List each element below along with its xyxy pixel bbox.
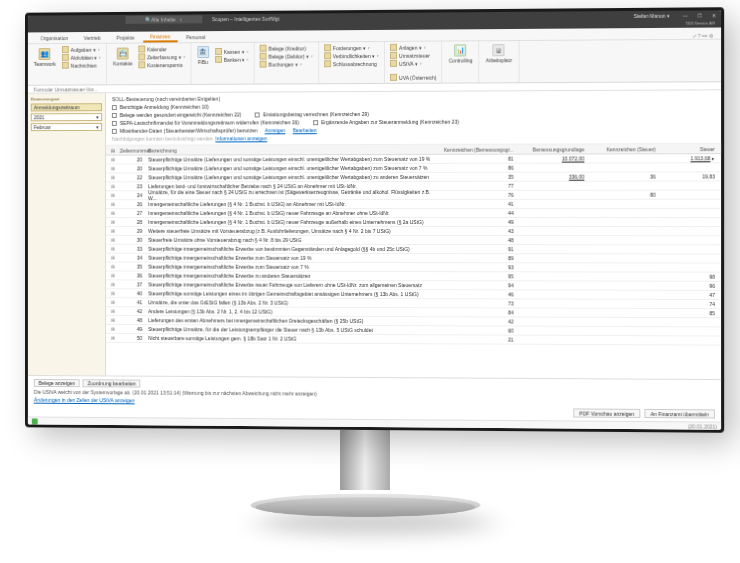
ribbon-help-icons[interactable]: ⤢ ? ••• ⚙ [692,33,721,39]
controlling-button[interactable]: 📊Controlling [447,43,475,64]
expand-icon[interactable]: ⊞ [106,308,120,314]
zeiterfassung-button[interactable]: Zeiterfassung ▾ [137,53,186,60]
dismiss-warning-link[interactable]: (Warnung bis zur nächsten Abweichung nic… [182,390,317,397]
ustva-table: ⊟ Zeilennummer Bezeichnung Kennzeichen (… [106,144,721,379]
table-row[interactable]: ⊞28Innergemeinschaftliche Lieferungen (§… [106,218,721,227]
aktivitaeten-button[interactable]: Aktivitäten ▾ [61,54,102,61]
kontakte-button[interactable]: 📇Kontakte [111,47,134,68]
cell-desc: Steuerpflichtige Umsätze (Lieferungen un… [145,165,437,172]
cell-kb: 91 [437,246,518,252]
buchungen-button[interactable]: Buchungen ▾ [259,60,314,67]
expand-icon[interactable]: ⊞ [106,326,120,332]
kassen-button[interactable]: Kassen ▾ [214,48,250,55]
maximize-button[interactable]: ☐ [692,12,706,18]
monitor-frame: 🔍 Alle Inhalte ▾ Scopen – Intelligentes … [25,7,724,433]
table-row[interactable]: ⊞24Umsätze, für die eine Steuer nach § 2… [106,191,721,201]
forderungen-button[interactable]: Forderungen ▾ [323,44,380,51]
tab-personal[interactable]: Personal [179,33,212,42]
month-select[interactable]: Februar▾ [31,123,102,131]
cell-num: 50 [120,335,146,341]
col-bezeichnung[interactable]: Bezeichnung [145,146,437,153]
expand-icon[interactable]: ⊞ [106,166,120,172]
user-menu[interactable]: Stefan Manon ▾ [634,13,670,19]
tab-vertrieb[interactable]: Vertrieb [77,34,108,43]
ribbon-group-anlagen: Anlagen ▾ Umsatzsteuer UStVA ▾ UVA (Öste… [385,42,443,83]
belege-debitor-button[interactable]: Belege (Debitor) ▾ [259,52,314,59]
expand-all-icon[interactable]: ⊟ [106,147,120,153]
expand-icon[interactable]: ⊞ [106,264,120,270]
cell-num: 35 [120,264,146,270]
minimize-button[interactable]: — [678,13,692,19]
expand-icon[interactable]: ⊞ [106,210,120,216]
expand-icon[interactable]: ⊞ [106,246,120,252]
aufgaben-button[interactable]: Aufgaben ▾ [61,46,102,53]
expand-icon[interactable]: ⊞ [106,219,120,225]
cell-kb: 89 [437,255,518,261]
expand-icon[interactable]: ⊞ [106,335,120,341]
arbeitsplatz-button[interactable]: 🖥Arbeitsplatz [484,43,514,64]
table-row[interactable]: ⊞50Nicht steuerbare sonstige Leistungen … [106,334,721,346]
pdf-preview-button[interactable]: PDF Vorschau anzeigen [573,408,640,418]
info-link[interactable]: Informationen anzeigen [215,135,267,141]
expand-icon[interactable]: ⊞ [106,281,120,287]
col-kennzeichen-bg[interactable]: Kennzeichen (Bemessungsgr... [437,146,518,152]
schlussabrechnung-button[interactable]: Schlussabrechnung [323,60,380,67]
expand-icon[interactable]: ⊞ [106,317,120,323]
chk-belege-gesondert[interactable]: Belege werden gesondert eingereicht (Ken… [112,112,241,118]
col-steuer[interactable]: Steuer [660,146,721,152]
app-window: 🔍 Alle Inhalte ▾ Scopen – Intelligentes … [28,10,721,429]
chk-sepa[interactable]: SEPA-Lastschriftmandat für Voranmeldungs… [112,119,299,126]
col-bemessungsgrundlage[interactable]: Bemessungsgrundlage [518,146,589,152]
table-row[interactable]: ⊞29Weitere steuerfreie Umsätze mit Vorst… [106,227,721,236]
bearbeiten-link[interactable]: Bearbeiten [293,127,317,133]
ribbon: 👥Teamwork Aufgaben ▾ Aktivitäten ▾ Nachr… [28,40,721,86]
tab-finanzen[interactable]: Finanzen [143,32,177,42]
zuordnung-bearbeiten-button[interactable]: Zuordnung bearbeiten [83,379,141,387]
cell-num: 22 [120,174,146,180]
expand-icon[interactable]: ⊞ [106,192,120,198]
cell-num: 27 [120,210,146,216]
cell-kb: 60 [437,327,518,333]
expand-icon[interactable]: ⊞ [106,201,120,207]
cell-desc: Andere Leistungen (§ 13b Abs. 2 Nr. 1, 2… [145,308,437,315]
period-label: Anmeldungszeitraum [31,103,102,111]
fibu-button[interactable]: 🏦FiBu [195,45,211,66]
verbindlichkeiten-button[interactable]: Verbindlichkeiten ▾ [323,52,380,59]
belege-kreditor-button[interactable]: Belege (Kreditor) [259,44,314,51]
table-row[interactable]: ⊞27Innergemeinschaftliche Lieferungen (§… [106,209,721,218]
chk-mitwirkender[interactable]: Mitwirkender-Daten (Steuerberater/Wirtsc… [112,126,715,134]
col-kennzeichen-steuer[interactable]: Kennzeichen (Steuer) [588,146,659,152]
expand-icon[interactable]: ⊞ [106,183,120,189]
teamwork-button[interactable]: 👥Teamwork [32,47,58,68]
year-select[interactable]: 2021▾ [31,113,102,121]
expand-icon[interactable]: ⊞ [106,237,120,243]
kosten-button[interactable]: Kostenersparnis [137,61,186,68]
col-zeilennummer[interactable]: Zeilennummer [120,147,146,153]
expand-icon[interactable]: ⊞ [106,290,120,296]
expand-icon[interactable]: ⊞ [106,255,120,261]
chk-ergaenzende[interactable]: Ergänzende Angaben zur Steueranmeldung (… [313,119,459,126]
nachrichten-button[interactable]: Nachrichten [61,62,102,69]
kalender-button[interactable]: Kalender [137,45,186,52]
submit-finanzamt-button[interactable]: An Finanzamt übermitteln [644,409,714,419]
cell-kb: 35 [437,174,518,180]
chk-erstattungsbetrag[interactable]: Erstattungsbetrag verrechnen (Kennzeiche… [255,111,369,117]
tab-organisation[interactable]: Organisation [34,34,75,43]
table-row[interactable]: ⊞26Innergemeinschaftliche Lieferungen (§… [106,200,721,209]
expand-icon[interactable]: ⊞ [106,228,120,234]
banken-button[interactable]: Banken ▾ [214,56,250,63]
cell-desc: Steuerpflichtige Umsätze (Lieferungen un… [145,174,437,180]
expand-icon[interactable]: ⊞ [106,174,120,180]
tab-projekte[interactable]: Projekte [110,34,142,43]
expand-icon[interactable]: ⊞ [106,299,120,305]
expand-icon[interactable]: ⊞ [106,157,120,163]
anlagen-button[interactable]: Anlagen ▾ [389,44,438,51]
anzeigen-link[interactable]: Anzeigen [265,127,286,133]
close-button[interactable]: ✕ [707,12,721,18]
expand-icon[interactable]: ⊞ [106,272,120,278]
umsatzsteuer-button[interactable]: Umsatzsteuer [389,52,438,59]
uva-austria-button[interactable]: UVA (Österreich) [389,74,438,81]
global-search[interactable]: 🔍 Alle Inhalte ▾ [126,15,202,24]
ustva-button[interactable]: UStVA ▾ [389,60,438,67]
belege-anzeigen-button[interactable]: Belege anzeigen [34,379,80,387]
